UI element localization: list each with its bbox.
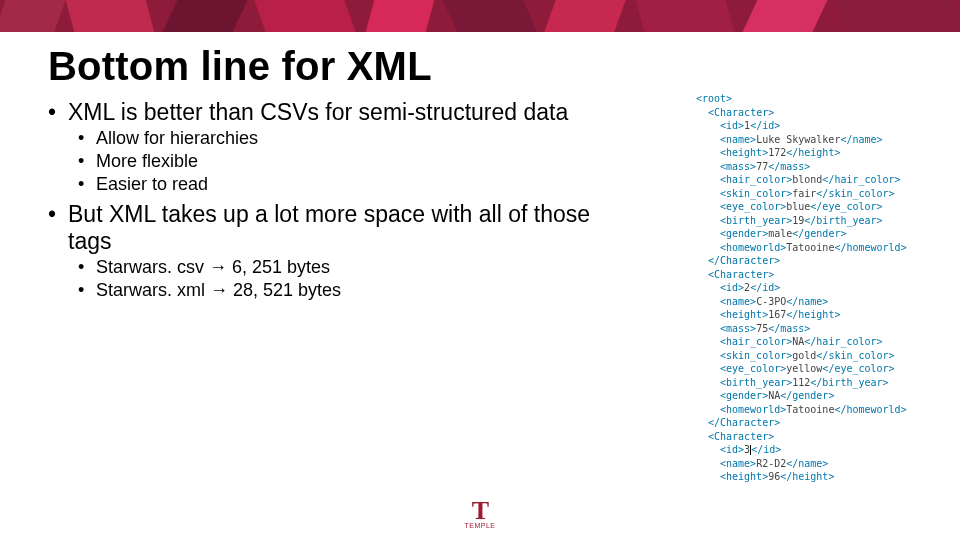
slide-title: Bottom line for XML — [48, 44, 912, 89]
xml-sample: <root><Character><id>1</id><name>Luke Sk… — [696, 92, 946, 484]
decorative-banner — [0, 0, 960, 32]
bullet-1: XML is better than CSVs for semi-structu… — [48, 99, 608, 126]
bullet-2-2: Starwars. xml → 28, 521 bytes — [78, 280, 608, 301]
bullet-content: XML is better than CSVs for semi-structu… — [48, 99, 608, 301]
footer-logo: T TEMPLE — [0, 498, 960, 532]
bullet-1-2: More flexible — [78, 151, 608, 172]
temple-label: TEMPLE — [464, 522, 495, 529]
bullet-2: But XML takes up a lot more space with a… — [48, 201, 608, 255]
bullet-1-1: Allow for hierarchies — [78, 128, 608, 149]
bullet-1-3: Easier to read — [78, 174, 608, 195]
bullet-2-1: Starwars. csv → 6, 251 bytes — [78, 257, 608, 278]
temple-t-icon: T — [464, 498, 495, 524]
